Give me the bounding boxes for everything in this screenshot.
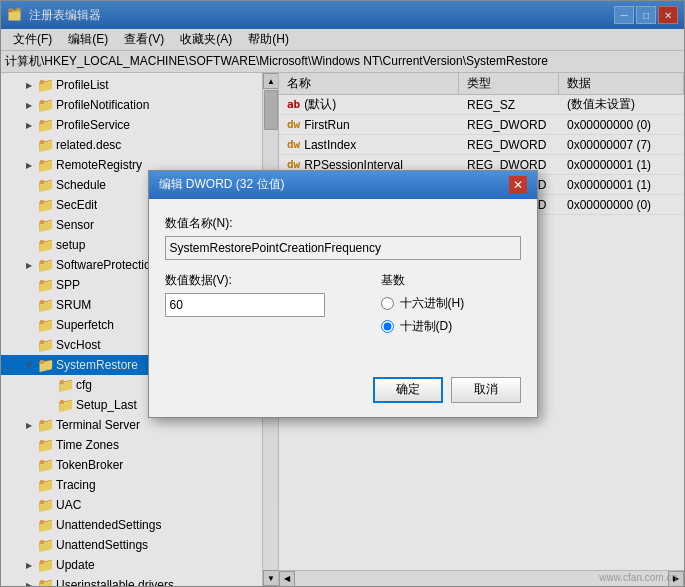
hex-radio-label: 十六进制(H) [400, 295, 465, 312]
value-field-group: 数值数据(V): [165, 272, 365, 341]
dialog-body: 数值名称(N): 数值数据(V): 基数 十六进制(H) 十进制(D) [149, 199, 537, 369]
edit-dword-dialog: 编辑 DWORD (32 位值) ✕ 数值名称(N): 数值数据(V): 基数 … [148, 170, 538, 418]
cancel-button[interactable]: 取消 [451, 377, 521, 403]
name-field-label: 数值名称(N): [165, 215, 521, 232]
modal-overlay: 编辑 DWORD (32 位值) ✕ 数值名称(N): 数值数据(V): 基数 … [0, 0, 685, 587]
dec-radio-option[interactable]: 十进制(D) [381, 318, 521, 335]
value-base-row: 数值数据(V): 基数 十六进制(H) 十进制(D) [165, 272, 521, 341]
name-field-group: 数值名称(N): [165, 215, 521, 260]
dialog-close-button[interactable]: ✕ [509, 176, 527, 194]
dec-radio-input[interactable] [381, 320, 394, 333]
value-field-input[interactable] [165, 293, 325, 317]
dialog-footer: 确定 取消 [149, 369, 537, 417]
ok-button[interactable]: 确定 [373, 377, 443, 403]
base-group: 基数 十六进制(H) 十进制(D) [381, 272, 521, 341]
dialog-title-bar: 编辑 DWORD (32 位值) ✕ [149, 171, 537, 199]
dec-radio-label: 十进制(D) [400, 318, 453, 335]
hex-radio-option[interactable]: 十六进制(H) [381, 295, 521, 312]
value-field-label: 数值数据(V): [165, 272, 365, 289]
base-label: 基数 [381, 272, 521, 289]
name-field-input[interactable] [165, 236, 521, 260]
dialog-title-text: 编辑 DWORD (32 位值) [159, 176, 285, 193]
watermark: www.cfan.com.cn [599, 572, 677, 583]
hex-radio-input[interactable] [381, 297, 394, 310]
